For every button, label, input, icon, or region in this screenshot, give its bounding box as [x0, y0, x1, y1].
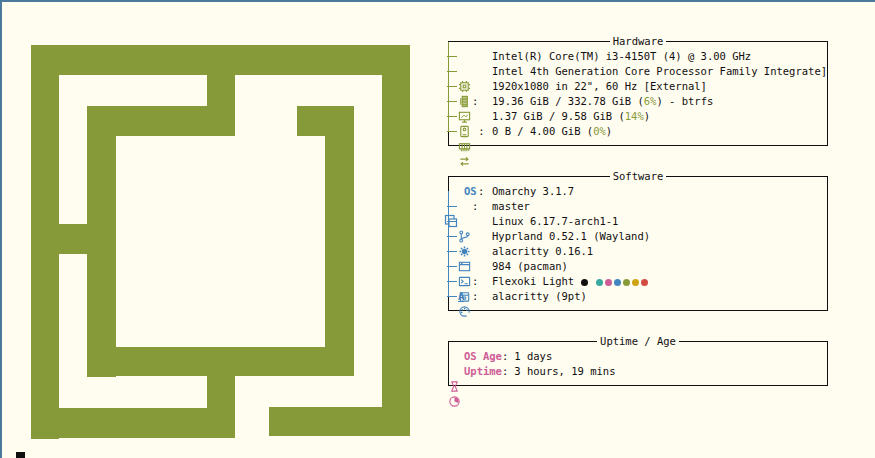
tree-branch	[447, 251, 457, 252]
theme-dot	[641, 279, 648, 286]
terminal-window[interactable]: Hardware Intel(R) Core(TM) i3-4150T (4) …	[0, 0, 875, 458]
clock-icon	[448, 365, 461, 378]
theme-dot	[605, 279, 612, 286]
cpu-icon	[458, 50, 471, 63]
display-icon	[458, 80, 471, 93]
display-value: 1920x1080 in 22", 60 Hz [External]	[492, 79, 707, 94]
theme-value: Flexoki Light	[492, 274, 650, 289]
cpu-value: Intel(R) Core(TM) i3-4150T (4) @ 3.00 GH…	[492, 49, 751, 64]
gear-icon	[458, 215, 471, 228]
terminal-cursor[interactable]	[16, 452, 25, 458]
tree-branch	[447, 86, 457, 87]
uptime-row-uptime: Uptime : 3 hours, 19 mins	[448, 364, 826, 379]
tree-branch	[447, 206, 457, 207]
software-row-theme: : Flexoki Light	[448, 274, 826, 289]
software-row-os: OS : Omarchy 3.1.7	[448, 184, 826, 199]
software-row-kernel: Linux 6.17.7-arch1-1	[448, 214, 826, 229]
hardware-section-title: Hardware	[610, 34, 667, 49]
terminal-value: alacritty 0.16.1	[492, 244, 593, 259]
font-value: alacritty (9pt)	[492, 289, 587, 304]
hourglass-icon	[448, 350, 461, 363]
uptime-row-os-age: OS Age : 1 days	[448, 349, 826, 364]
window-icon	[458, 230, 471, 243]
font-icon: A	[458, 289, 464, 304]
software-section-title: Software	[610, 169, 667, 184]
theme-dot	[581, 279, 588, 286]
wm-value: Hyprland 0.52.1 (Wayland)	[492, 229, 650, 244]
kernel-value: Linux 6.17.7-arch1-1	[492, 214, 618, 229]
uptime-value: 3 hours, 19 mins	[508, 364, 615, 379]
packages-value: 984 (pacman)	[492, 259, 568, 274]
theme-dot	[623, 279, 630, 286]
hardware-row-display: 1920x1080 in 22", 60 Hz [External]	[448, 79, 826, 94]
theme-dot	[632, 279, 639, 286]
hardware-row-memory: 1.37 GiB / 9.58 GiB (14%)	[448, 109, 826, 124]
os-icon	[444, 184, 458, 198]
swap-icon	[458, 125, 471, 138]
os-value: Omarchy 3.1.7	[492, 184, 574, 199]
swap-value: 0 B / 4.00 GiB (0%)	[492, 124, 612, 139]
memory-icon	[458, 110, 471, 123]
hardware-row-gpu: Intel 4th Generation Core Processor Fami…	[448, 64, 826, 79]
disk-value: 19.36 GiB / 332.78 GiB (6%) - btrfs	[492, 94, 713, 109]
tree-branch	[447, 266, 457, 267]
palette-icon	[458, 275, 471, 288]
theme-dot	[596, 279, 603, 286]
hardware-row-swap: : 0 B / 4.00 GiB (0%)	[448, 124, 826, 139]
tree-branch	[447, 236, 457, 237]
gpu-value: Intel 4th Generation Core Processor Fami…	[492, 64, 827, 79]
uptime-section-title: Uptime / Age	[597, 334, 679, 349]
tree-branch-end	[447, 131, 457, 132]
software-row-terminal: alacritty 0.16.1	[448, 244, 826, 259]
software-row-font: A : alacritty (9pt)	[448, 289, 826, 304]
theme-color-dots	[581, 275, 650, 287]
tree-branch	[447, 281, 457, 282]
tree-branch	[447, 221, 457, 222]
disk-icon	[458, 95, 471, 108]
software-row-wm: Hyprland 0.52.1 (Wayland)	[448, 229, 826, 244]
tree-branch	[447, 101, 457, 102]
git-branch-value: master	[492, 199, 530, 214]
gpu-icon	[458, 65, 471, 78]
git-branch-icon	[458, 200, 471, 213]
tree-branch	[447, 116, 457, 117]
tree-branch	[447, 56, 457, 57]
package-icon	[458, 260, 471, 273]
theme-dot	[614, 279, 621, 286]
terminal-icon	[458, 245, 471, 258]
hardware-row-cpu: Intel(R) Core(TM) i3-4150T (4) @ 3.00 GH…	[448, 49, 826, 64]
hardware-row-disk: : 19.36 GiB / 332.78 GiB (6%) - btrfs	[448, 94, 826, 109]
omarchy-logo	[2, 2, 442, 458]
memory-value: 1.37 GiB / 9.58 GiB (14%)	[492, 109, 650, 124]
software-row-git-branch: : master	[448, 199, 826, 214]
os-age-label: OS Age	[464, 349, 502, 364]
os-label: OS	[464, 184, 477, 199]
uptime-label: Uptime	[464, 364, 502, 379]
tree-branch	[447, 71, 457, 72]
software-row-packages: 984 (pacman)	[448, 259, 826, 274]
os-age-value: 1 days	[508, 349, 552, 364]
tree-branch-end	[447, 296, 457, 297]
